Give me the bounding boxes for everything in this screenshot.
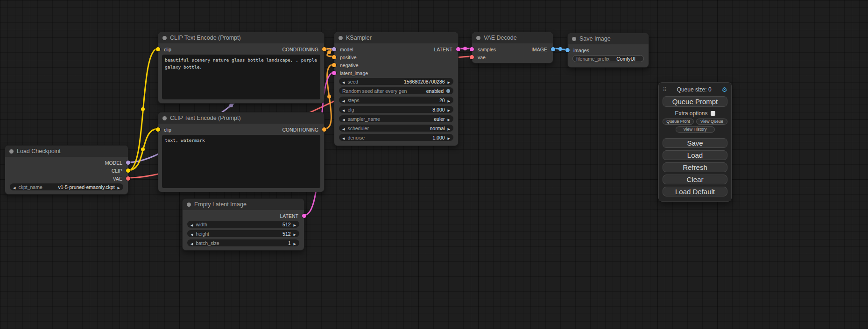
collapse-dot[interactable]: [187, 203, 191, 207]
latent-output-port[interactable]: [456, 47, 460, 51]
drag-handle-icon[interactable]: ⠿: [663, 86, 667, 93]
negative-input-port[interactable]: [332, 63, 336, 67]
clear-button[interactable]: Clear: [663, 175, 727, 184]
widget-label: filename_prefix: [576, 56, 609, 62]
ckpt-name-widget[interactable]: ckpt_name v1-5-pruned-emaonly.ckpt: [10, 183, 123, 190]
collapse-dot[interactable]: [162, 36, 167, 40]
widget-label: width: [196, 222, 207, 227]
increment-arrow-icon[interactable]: [448, 135, 450, 140]
decrement-arrow-icon[interactable]: [342, 126, 345, 131]
node-ksampler[interactable]: KSampler model LATENT positive negative …: [334, 32, 459, 146]
node-title-bar[interactable]: VAE Decode: [472, 32, 553, 43]
node-clip-text-encode-negative[interactable]: CLIP Text Encode (Prompt) clip CONDITION…: [158, 112, 325, 192]
increment-arrow-icon[interactable]: [448, 126, 450, 131]
widget-value: 1.000: [432, 135, 445, 140]
conditioning-output-port[interactable]: [322, 47, 326, 51]
latent-output-port[interactable]: [302, 214, 306, 218]
increment-arrow-icon[interactable]: [448, 98, 450, 103]
node-vae-decode[interactable]: VAE Decode samples IMAGE vae: [472, 32, 553, 63]
settings-gear-icon[interactable]: ⚙: [721, 86, 727, 93]
queue-prompt-button[interactable]: Queue Prompt: [663, 96, 727, 107]
model-output-port[interactable]: [126, 161, 130, 165]
view-queue-button[interactable]: View Queue: [696, 119, 727, 125]
samples-input-port[interactable]: [470, 47, 474, 51]
clip-input-port[interactable]: [156, 47, 160, 51]
wire-latent-samples-dot: [463, 47, 467, 50]
extra-options-checkbox[interactable]: [711, 111, 715, 116]
denoise-widget[interactable]: denoise 1.000: [339, 134, 453, 141]
decrement-arrow-icon[interactable]: [191, 222, 193, 227]
next-arrow-icon[interactable]: [118, 184, 120, 190]
wire-conditioning-negative-dot: [327, 95, 331, 98]
collapse-dot[interactable]: [476, 36, 480, 40]
vae-input-port[interactable]: [470, 55, 474, 59]
prompt-textarea[interactable]: text, watermark: [162, 135, 320, 188]
increment-arrow-icon[interactable]: [294, 222, 296, 227]
conditioning-output-port[interactable]: [322, 127, 326, 132]
decrement-arrow-icon[interactable]: [342, 116, 345, 122]
increment-arrow-icon[interactable]: [448, 116, 450, 122]
wire-clip-positive: [128, 49, 158, 170]
save-button[interactable]: Save: [663, 138, 727, 148]
vae-output-port[interactable]: [126, 176, 130, 181]
collapse-dot[interactable]: [339, 36, 343, 40]
filename-prefix-widget[interactable]: filename_prefix ComfyUI: [572, 55, 644, 62]
node-save-image[interactable]: Save Image images filename_prefix ComfyU…: [567, 33, 649, 68]
increment-arrow-icon[interactable]: [294, 231, 296, 237]
images-input-label: images: [573, 48, 589, 53]
cfg-widget[interactable]: cfg 8.000: [339, 106, 453, 113]
increment-arrow-icon[interactable]: [294, 240, 296, 246]
view-history-button[interactable]: View History: [676, 126, 715, 133]
positive-input-port[interactable]: [332, 55, 336, 59]
clip-input-port[interactable]: [156, 127, 160, 132]
node-title-bar[interactable]: CLIP Text Encode (Prompt): [158, 32, 324, 43]
collapse-dot[interactable]: [9, 149, 14, 154]
seed-widget[interactable]: seed 156680208700286: [339, 78, 453, 85]
collapse-dot[interactable]: [162, 116, 167, 120]
decrement-arrow-icon[interactable]: [342, 79, 345, 84]
decrement-arrow-icon[interactable]: [191, 231, 193, 237]
load-button[interactable]: Load: [663, 150, 727, 160]
toggle-dot-icon[interactable]: [446, 89, 450, 93]
decrement-arrow-icon[interactable]: [342, 107, 345, 112]
prompt-textarea[interactable]: beautiful scenery nature glass bottle la…: [162, 55, 320, 99]
model-input-port[interactable]: [332, 47, 336, 51]
prev-arrow-icon[interactable]: [13, 184, 15, 190]
queue-front-button[interactable]: Queue Front: [663, 119, 694, 125]
random-seed-toggle-widget[interactable]: Random seed after every gen enabled: [339, 87, 453, 94]
height-widget[interactable]: height 512: [187, 230, 299, 237]
refresh-button[interactable]: Refresh: [663, 162, 727, 172]
node-clip-text-encode-positive[interactable]: CLIP Text Encode (Prompt) clip CONDITION…: [158, 32, 325, 104]
clip-input-label: clip: [164, 47, 171, 52]
collapse-dot[interactable]: [572, 37, 576, 41]
node-title-bar[interactable]: Save Image: [568, 33, 649, 44]
width-widget[interactable]: width 512: [187, 221, 299, 228]
node-title-bar[interactable]: Load Checkpoint: [5, 146, 128, 157]
widget-value: 156680208700286: [404, 79, 445, 84]
node-empty-latent-image[interactable]: Empty Latent Image LATENT width 512 heig…: [182, 198, 304, 251]
node-load-checkpoint[interactable]: Load Checkpoint MODEL CLIP VAE ckpt_name…: [5, 145, 128, 195]
decrement-arrow-icon[interactable]: [191, 240, 193, 246]
node-title: KSampler: [346, 35, 372, 41]
increment-arrow-icon[interactable]: [448, 107, 450, 112]
increment-arrow-icon[interactable]: [448, 79, 450, 84]
slot-row: images: [568, 46, 649, 54]
decrement-arrow-icon[interactable]: [342, 98, 345, 103]
batch-size-widget[interactable]: batch_size 1: [187, 239, 299, 246]
scheduler-widget[interactable]: scheduler normal: [339, 125, 453, 132]
images-input-port[interactable]: [565, 48, 570, 52]
slot-row: positive: [334, 53, 458, 61]
decrement-arrow-icon[interactable]: [342, 135, 345, 140]
node-title-bar[interactable]: CLIP Text Encode (Prompt): [158, 112, 324, 124]
node-title-bar[interactable]: KSampler: [334, 32, 458, 43]
widget-value: euler: [434, 116, 445, 122]
node-title-bar[interactable]: Empty Latent Image: [183, 199, 304, 210]
clip-output-port[interactable]: [126, 168, 130, 173]
steps-widget[interactable]: steps 20: [339, 97, 453, 104]
load-default-button[interactable]: Load Default: [663, 187, 727, 196]
latent-image-input-port[interactable]: [332, 71, 336, 75]
sampler-name-widget[interactable]: sampler_name euler: [339, 115, 453, 122]
node-title: Load Checkpoint: [17, 148, 61, 154]
node-graph-canvas[interactable]: Load Checkpoint MODEL CLIP VAE ckpt_name…: [0, 0, 868, 329]
image-output-port[interactable]: [551, 47, 555, 51]
